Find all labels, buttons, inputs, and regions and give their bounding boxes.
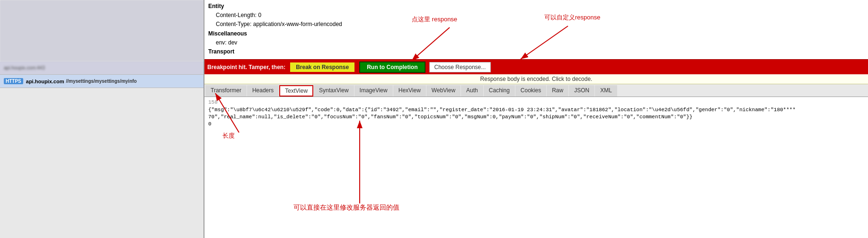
tab-headers[interactable]: Headers [247,85,279,97]
json-line-3: 0 [208,121,864,128]
right-panel: Entity Content-Length: 0 Content-Type: a… [204,0,868,238]
tab-caching[interactable]: Caching [484,85,515,97]
line-number-row: 158 [208,99,864,106]
break-on-response-button[interactable]: Break on Response [289,62,355,73]
content-area[interactable]: 158 {"msg":"\u8bf7\u6c42\u6210\u529f","c… [204,97,868,238]
left-panel: api.houpix.com:443 HTTPS api.houpix.com … [0,0,204,238]
tab-json[interactable]: JSON [569,85,594,97]
tab-transformer[interactable]: Transformer [205,85,247,97]
json-content: 158 {"msg":"\u8bf7\u6c42\u6210\u529f","c… [208,99,864,128]
path-text: //mysettings/mysettings/myinfo [66,79,136,84]
content-type: Content-Type: application/x-www-form-url… [208,20,864,29]
line-number: 158 [208,99,218,105]
tab-auth[interactable]: Auth [461,85,483,97]
tab-webview[interactable]: WebView [426,85,461,97]
encoded-notice[interactable]: Response body is encoded. Click to decod… [204,74,868,84]
tab-imageview[interactable]: ImageView [354,85,393,97]
entity-section: Entity Content-Length: 0 Content-Type: a… [204,0,868,59]
transport-label: Transport [208,47,864,56]
protocol-badge: HTTPS [4,78,23,84]
content-length: Content-Length: 0 [208,11,864,20]
tab-syntaxview[interactable]: SyntaxView [314,85,354,97]
host-label: api.houpix.com:443 [4,65,45,71]
tab-hexview[interactable]: HexView [393,85,426,97]
tab-bar: Transformer Headers TextView SyntaxView … [204,84,868,97]
json-line-2: 70","real_name":null,"is_delete":"0","fo… [208,114,864,121]
entity-label: Entity [208,2,864,11]
tab-xml[interactable]: XML [595,85,617,97]
host-text: api.houpix.com [26,79,64,84]
breakpoint-label: Breakpoint hit. Tamper, then: [207,64,285,71]
run-to-completion-button[interactable]: Run to Completion [359,62,425,73]
https-row[interactable]: HTTPS api.houpix.com //mysettings/mysett… [0,75,204,88]
tab-cookies[interactable]: Cookies [515,85,546,97]
blur-area [0,0,204,62]
tab-raw[interactable]: Raw [547,85,568,97]
choose-response-button[interactable]: Choose Response... [429,62,491,72]
page-wrapper: api.houpix.com:443 HTTPS api.houpix.com … [0,0,868,238]
env-value: env: dev [208,38,864,47]
url-row: api.houpix.com:443 [0,62,204,75]
json-line-1: {"msg":"\u8bf7\u6c42\u6210\u529f","code"… [208,106,864,114]
breakpoint-bar: Breakpoint hit. Tamper, then: Break on R… [204,59,868,74]
misc-label: Miscellaneous [208,29,864,38]
tab-textview[interactable]: TextView [279,85,313,97]
